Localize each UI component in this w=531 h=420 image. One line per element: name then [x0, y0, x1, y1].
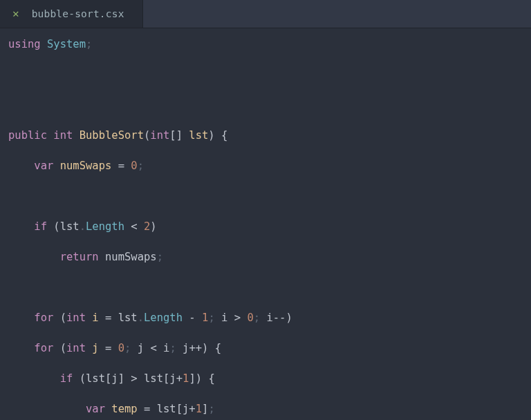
code-line: public int BubbleSort(int[] lst) { [6, 128, 527, 143]
close-icon[interactable]: ✕ [12, 6, 19, 22]
code-line: for (int j = 0; j < i; j++) { [6, 341, 527, 356]
tab-bar: ✕ bubble-sort.csx [0, 0, 531, 28]
code-line: var numSwaps = 0; [6, 158, 527, 173]
code-editor[interactable]: using System; public int BubbleSort(int[… [0, 28, 531, 420]
tab-bubble-sort[interactable]: ✕ bubble-sort.csx [0, 0, 143, 28]
code-line [6, 189, 527, 204]
tab-filename: bubble-sort.csx [32, 7, 124, 21]
code-line: using System; [6, 37, 527, 52]
code-line [6, 280, 527, 295]
code-block: using System; public int BubbleSort(int[… [6, 37, 527, 420]
code-line [6, 97, 527, 113]
code-line: if (lst[j] > lst[j+1]) { [6, 371, 527, 386]
code-line [6, 67, 527, 82]
code-line: if (lst.Length < 2) [6, 219, 527, 234]
code-line: return numSwaps; [6, 249, 527, 265]
code-line: var temp = lst[j+1]; [6, 401, 527, 417]
code-line: for (int i = lst.Length - 1; i > 0; i--) [6, 310, 527, 325]
